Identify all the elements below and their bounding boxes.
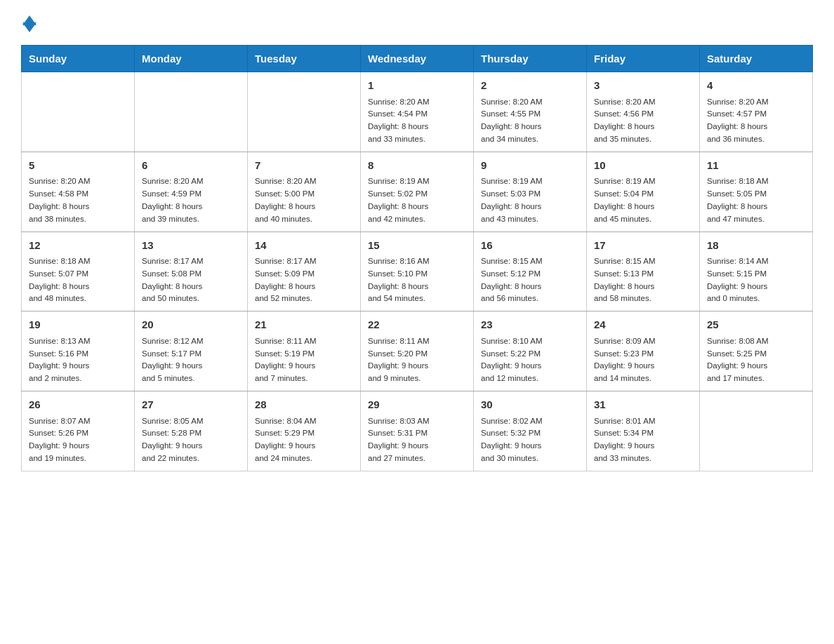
day-header-friday: Friday bbox=[587, 46, 700, 72]
calendar-day: 13Sunrise: 8:17 AMSunset: 5:08 PMDayligh… bbox=[135, 232, 248, 311]
day-number: 19 bbox=[29, 317, 127, 333]
day-info: Sunrise: 8:05 AMSunset: 5:28 PMDaylight:… bbox=[142, 415, 240, 465]
calendar-day: 16Sunrise: 8:15 AMSunset: 5:12 PMDayligh… bbox=[474, 232, 587, 311]
day-number: 5 bbox=[29, 158, 127, 174]
day-number: 25 bbox=[707, 317, 805, 333]
day-info: Sunrise: 8:03 AMSunset: 5:31 PMDaylight:… bbox=[368, 415, 466, 465]
day-info: Sunrise: 8:20 AMSunset: 4:55 PMDaylight:… bbox=[481, 96, 579, 146]
day-number: 16 bbox=[481, 238, 579, 254]
day-number: 20 bbox=[142, 317, 240, 333]
day-info: Sunrise: 8:16 AMSunset: 5:10 PMDaylight:… bbox=[368, 255, 466, 305]
day-number: 10 bbox=[594, 158, 692, 174]
day-number: 13 bbox=[142, 238, 240, 254]
day-number: 8 bbox=[368, 158, 466, 174]
day-number: 14 bbox=[255, 238, 353, 254]
calendar-day bbox=[135, 72, 248, 152]
calendar-day: 11Sunrise: 8:18 AMSunset: 5:05 PMDayligh… bbox=[700, 152, 813, 232]
day-info: Sunrise: 8:20 AMSunset: 4:57 PMDaylight:… bbox=[707, 96, 805, 146]
day-number: 4 bbox=[707, 78, 805, 94]
day-info: Sunrise: 8:07 AMSunset: 5:26 PMDaylight:… bbox=[29, 415, 127, 465]
day-info: Sunrise: 8:19 AMSunset: 5:03 PMDaylight:… bbox=[481, 175, 579, 225]
day-info: Sunrise: 8:15 AMSunset: 5:12 PMDaylight:… bbox=[481, 255, 579, 305]
calendar-day: 19Sunrise: 8:13 AMSunset: 5:16 PMDayligh… bbox=[22, 311, 135, 391]
day-number: 28 bbox=[255, 397, 353, 413]
day-info: Sunrise: 8:01 AMSunset: 5:34 PMDaylight:… bbox=[594, 415, 692, 465]
day-info: Sunrise: 8:13 AMSunset: 5:16 PMDaylight:… bbox=[29, 335, 127, 385]
day-header-sunday: Sunday bbox=[22, 46, 135, 72]
calendar-day: 9Sunrise: 8:19 AMSunset: 5:03 PMDaylight… bbox=[474, 152, 587, 232]
day-info: Sunrise: 8:20 AMSunset: 5:00 PMDaylight:… bbox=[255, 175, 353, 225]
calendar-day: 3Sunrise: 8:20 AMSunset: 4:56 PMDaylight… bbox=[587, 72, 700, 152]
day-number: 21 bbox=[255, 317, 353, 333]
calendar-day: 20Sunrise: 8:12 AMSunset: 5:17 PMDayligh… bbox=[135, 311, 248, 391]
calendar-day: 24Sunrise: 8:09 AMSunset: 5:23 PMDayligh… bbox=[587, 311, 700, 391]
calendar-day: 26Sunrise: 8:07 AMSunset: 5:26 PMDayligh… bbox=[22, 391, 135, 471]
calendar-day: 30Sunrise: 8:02 AMSunset: 5:32 PMDayligh… bbox=[474, 391, 587, 471]
calendar-day: 10Sunrise: 8:19 AMSunset: 5:04 PMDayligh… bbox=[587, 152, 700, 232]
day-number: 7 bbox=[255, 158, 353, 174]
calendar-day: 5Sunrise: 8:20 AMSunset: 4:58 PMDaylight… bbox=[22, 152, 135, 232]
calendar-day: 29Sunrise: 8:03 AMSunset: 5:31 PMDayligh… bbox=[361, 391, 474, 471]
day-info: Sunrise: 8:14 AMSunset: 5:15 PMDaylight:… bbox=[707, 255, 805, 305]
day-number: 27 bbox=[142, 397, 240, 413]
day-info: Sunrise: 8:18 AMSunset: 5:07 PMDaylight:… bbox=[29, 255, 127, 305]
day-header-tuesday: Tuesday bbox=[248, 46, 361, 72]
calendar-day: 15Sunrise: 8:16 AMSunset: 5:10 PMDayligh… bbox=[361, 232, 474, 311]
page-header bbox=[21, 14, 813, 32]
day-info: Sunrise: 8:19 AMSunset: 5:04 PMDaylight:… bbox=[594, 175, 692, 225]
calendar-day bbox=[700, 391, 813, 471]
day-info: Sunrise: 8:20 AMSunset: 4:54 PMDaylight:… bbox=[368, 96, 466, 146]
day-number: 17 bbox=[594, 238, 692, 254]
day-number: 11 bbox=[707, 158, 805, 174]
calendar-week-1: 5Sunrise: 8:20 AMSunset: 4:58 PMDaylight… bbox=[22, 152, 813, 232]
day-number: 12 bbox=[29, 238, 127, 254]
calendar-day: 23Sunrise: 8:10 AMSunset: 5:22 PMDayligh… bbox=[474, 311, 587, 391]
day-number: 24 bbox=[594, 317, 692, 333]
day-number: 26 bbox=[29, 397, 127, 413]
calendar-day bbox=[22, 72, 135, 152]
calendar-header-row: SundayMondayTuesdayWednesdayThursdayFrid… bbox=[22, 46, 813, 72]
day-info: Sunrise: 8:20 AMSunset: 4:59 PMDaylight:… bbox=[142, 175, 240, 225]
day-info: Sunrise: 8:11 AMSunset: 5:19 PMDaylight:… bbox=[255, 335, 353, 385]
calendar-table: SundayMondayTuesdayWednesdayThursdayFrid… bbox=[21, 45, 813, 471]
day-info: Sunrise: 8:08 AMSunset: 5:25 PMDaylight:… bbox=[707, 335, 805, 385]
logo bbox=[21, 14, 37, 32]
day-header-wednesday: Wednesday bbox=[361, 46, 474, 72]
calendar-day: 21Sunrise: 8:11 AMSunset: 5:19 PMDayligh… bbox=[248, 311, 361, 391]
calendar-day: 25Sunrise: 8:08 AMSunset: 5:25 PMDayligh… bbox=[700, 311, 813, 391]
day-number: 29 bbox=[368, 397, 466, 413]
day-info: Sunrise: 8:18 AMSunset: 5:05 PMDaylight:… bbox=[707, 175, 805, 225]
day-info: Sunrise: 8:15 AMSunset: 5:13 PMDaylight:… bbox=[594, 255, 692, 305]
day-info: Sunrise: 8:04 AMSunset: 5:29 PMDaylight:… bbox=[255, 415, 353, 465]
calendar-day: 27Sunrise: 8:05 AMSunset: 5:28 PMDayligh… bbox=[135, 391, 248, 471]
day-number: 2 bbox=[481, 78, 579, 94]
day-info: Sunrise: 8:11 AMSunset: 5:20 PMDaylight:… bbox=[368, 335, 466, 385]
calendar-week-0: 1Sunrise: 8:20 AMSunset: 4:54 PMDaylight… bbox=[22, 72, 813, 152]
day-info: Sunrise: 8:20 AMSunset: 4:58 PMDaylight:… bbox=[29, 175, 127, 225]
day-info: Sunrise: 8:17 AMSunset: 5:08 PMDaylight:… bbox=[142, 255, 240, 305]
day-info: Sunrise: 8:02 AMSunset: 5:32 PMDaylight:… bbox=[481, 415, 579, 465]
calendar-week-3: 19Sunrise: 8:13 AMSunset: 5:16 PMDayligh… bbox=[22, 311, 813, 391]
logo-triangle-down bbox=[22, 22, 37, 32]
day-number: 30 bbox=[481, 397, 579, 413]
calendar-day: 12Sunrise: 8:18 AMSunset: 5:07 PMDayligh… bbox=[22, 232, 135, 311]
calendar-day: 18Sunrise: 8:14 AMSunset: 5:15 PMDayligh… bbox=[700, 232, 813, 311]
calendar-week-4: 26Sunrise: 8:07 AMSunset: 5:26 PMDayligh… bbox=[22, 391, 813, 471]
calendar-day: 6Sunrise: 8:20 AMSunset: 4:59 PMDaylight… bbox=[135, 152, 248, 232]
calendar-day: 2Sunrise: 8:20 AMSunset: 4:55 PMDaylight… bbox=[474, 72, 587, 152]
calendar-day: 4Sunrise: 8:20 AMSunset: 4:57 PMDaylight… bbox=[700, 72, 813, 152]
calendar-day: 31Sunrise: 8:01 AMSunset: 5:34 PMDayligh… bbox=[587, 391, 700, 471]
day-info: Sunrise: 8:12 AMSunset: 5:17 PMDaylight:… bbox=[142, 335, 240, 385]
calendar-week-2: 12Sunrise: 8:18 AMSunset: 5:07 PMDayligh… bbox=[22, 232, 813, 311]
day-number: 3 bbox=[594, 78, 692, 94]
day-info: Sunrise: 8:19 AMSunset: 5:02 PMDaylight:… bbox=[368, 175, 466, 225]
day-info: Sunrise: 8:20 AMSunset: 4:56 PMDaylight:… bbox=[594, 96, 692, 146]
day-number: 1 bbox=[368, 78, 466, 94]
calendar-day: 28Sunrise: 8:04 AMSunset: 5:29 PMDayligh… bbox=[248, 391, 361, 471]
calendar-day bbox=[248, 72, 361, 152]
calendar-day: 1Sunrise: 8:20 AMSunset: 4:54 PMDaylight… bbox=[361, 72, 474, 152]
day-number: 6 bbox=[142, 158, 240, 174]
calendar-day: 17Sunrise: 8:15 AMSunset: 5:13 PMDayligh… bbox=[587, 232, 700, 311]
day-info: Sunrise: 8:10 AMSunset: 5:22 PMDaylight:… bbox=[481, 335, 579, 385]
day-number: 22 bbox=[368, 317, 466, 333]
